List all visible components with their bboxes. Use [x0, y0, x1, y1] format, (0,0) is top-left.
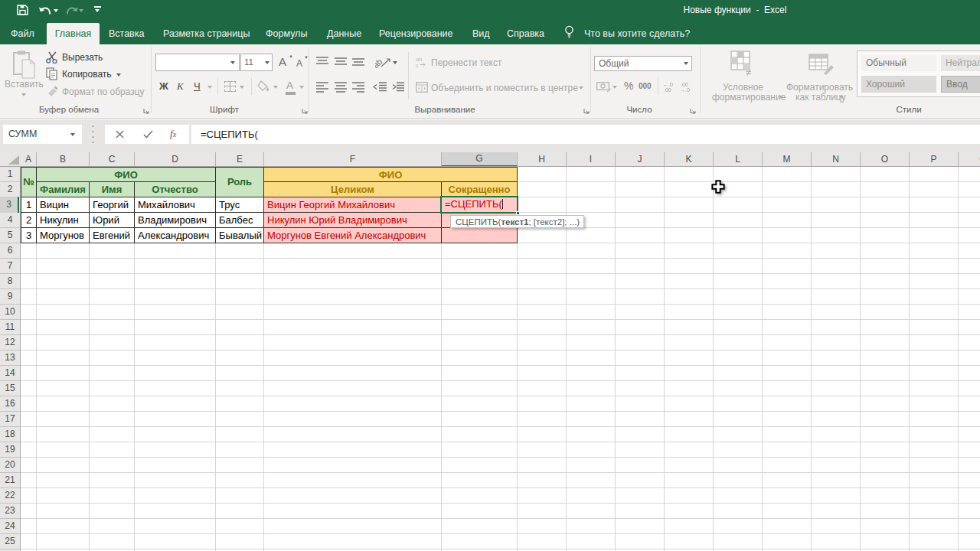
svg-text:→.0: →.0	[680, 87, 690, 93]
svg-text:c: c	[416, 62, 419, 68]
svg-text:≠: ≠	[746, 67, 751, 77]
svg-text:ab: ab	[375, 57, 384, 68]
svg-text:←.0: ←.0	[663, 82, 673, 87]
svg-text:.00: .00	[681, 82, 688, 87]
svg-text:.00: .00	[664, 87, 671, 93]
